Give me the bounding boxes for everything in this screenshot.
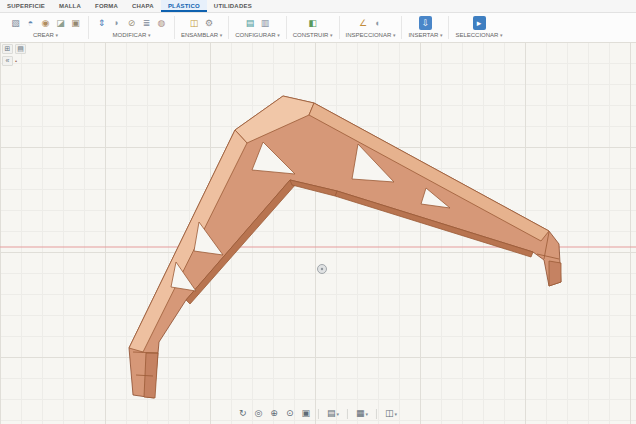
tab-superficie[interactable]: SUPERFICIE [0,0,52,12]
configuration-theme-icon[interactable]: ▥ [258,16,271,30]
display-settings-button[interactable]: ▤▾ [324,407,342,420]
tab-utilidades[interactable]: UTILIDADES [207,0,259,12]
toolbar-group-label-configurar[interactable]: CONFIGURAR ▾ [235,31,280,40]
tab-bar: SUPERFICIEMALLAFORMACHAPAPLÁSTICOUTILIDA… [0,0,636,13]
chevron-down-icon: ▾ [330,32,333,38]
primitive-box-icon[interactable]: ▣ [69,16,82,30]
section-analysis-icon[interactable]: ◐ [372,16,385,30]
chevron-down-icon: ▾ [277,32,280,38]
toolbar-group-label-insertar[interactable]: INSERTAR ▾ [408,31,442,40]
toolbar-group-label-seleccionar[interactable]: SELECCIONAR ▾ [455,31,502,40]
zoom-button[interactable]: ⊙ [283,407,297,420]
navigation-bar: ↻◎⊕⊙▣▤▾▦▾◫▾ [236,407,400,420]
chevron-down-icon: ▾ [220,32,223,38]
orbit-button[interactable]: ↻ [236,407,250,420]
collapse-browser-icon[interactable]: « [2,56,13,66]
toolbar-group-configurar: ▤▥CONFIGURAR ▾ [229,13,286,42]
tab-chapa[interactable]: CHAPA [125,0,161,12]
revolve-icon[interactable]: ◉ [39,16,52,30]
insert-icon[interactable]: ⇩ [419,16,432,30]
viewports-button[interactable]: ◫▾ [382,407,400,420]
browser-mini-panel: ⊞▤ « • [2,44,26,66]
chevron-down-icon: ▾ [148,32,151,38]
tab-plástico[interactable]: PLÁSTICO [161,0,207,12]
chevron-down-icon: ▾ [500,32,503,38]
look-at-button[interactable]: ◎ [251,407,265,420]
toolbar-group-inspeccionar: ∠◐INSPECCIONAR ▾ [340,13,402,42]
fillet-icon[interactable]: ◗ [110,16,123,30]
new-component-assembly-icon[interactable]: ◫ [188,16,201,30]
configuration-table-icon[interactable]: ▤ [243,16,256,30]
chevron-down-icon: ▾ [366,411,369,417]
toolbar-group-crear: ▧◓◉◪▣CREAR ▾ [3,13,88,42]
chevron-down-icon: ▾ [395,411,398,417]
ribbon: ▧◓◉◪▣CREAR ▾⇕◗⊘≣◍MODIFICAR ▾◫⚙ENSAMBLAR … [0,13,636,43]
toolbar-group-insertar: ⇩INSERTAR ▾ [402,13,448,42]
sweep-icon[interactable]: ◪ [54,16,67,30]
data-panel-toggle-icon[interactable]: ⊞ [2,44,13,54]
toolbar-group-ensamblar: ◫⚙ENSAMBLAR ▾ [175,13,228,42]
toolbar-group-seleccionar: ▸SELECCIONAR ▾ [449,13,508,42]
toolbar-group-label-construir[interactable]: CONSTRUIR ▾ [293,31,333,40]
chevron-down-icon: ▾ [393,32,396,38]
fit-button[interactable]: ▣ [298,407,313,420]
browser-node-icon[interactable]: • [15,58,17,64]
toolbar-group-modificar: ⇕◗⊘≣◍MODIFICAR ▾ [89,13,174,42]
toolbar-group-label-ensamblar[interactable]: ENSAMBLAR ▾ [181,31,222,40]
toolbar-group-label-modificar[interactable]: MODIFICAR ▾ [113,31,151,40]
navbar-separator [376,409,377,419]
select-cursor-icon[interactable]: ▸ [473,16,486,30]
navbar-separator [347,409,348,419]
toolbar-group-construir: ◧CONSTRUIR ▾ [287,13,339,42]
chevron-down-icon: ▾ [336,411,339,417]
chevron-down-icon: ▾ [440,32,443,38]
browser-panel-toggle-icon[interactable]: ▤ [15,44,26,54]
pan-button[interactable]: ⊕ [267,407,281,420]
measure-icon[interactable]: ∠ [357,16,370,30]
chevron-down-icon: ▾ [56,32,59,38]
navbar-separator [318,409,319,419]
construction-plane-icon[interactable]: ◧ [306,16,319,30]
toolbar-group-label-crear[interactable]: CREAR ▾ [33,31,58,40]
tab-malla[interactable]: MALLA [52,0,88,12]
new-component-icon[interactable]: ▧ [9,16,22,30]
toolbar-group-label-inspeccionar[interactable]: INSPECCIONAR ▾ [346,31,396,40]
tab-forma[interactable]: FORMA [88,0,125,12]
press-pull-icon[interactable]: ⇕ [95,16,108,30]
shell-icon[interactable]: ⊘ [125,16,138,30]
grid-snaps-button[interactable]: ▦▾ [353,407,371,420]
physical-material-icon[interactable]: ◍ [155,16,168,30]
combine-icon[interactable]: ≣ [140,16,153,30]
joint-icon[interactable]: ⚙ [203,16,216,30]
viewport-canvas[interactable] [0,42,636,424]
extrude-icon[interactable]: ◓ [24,16,37,30]
